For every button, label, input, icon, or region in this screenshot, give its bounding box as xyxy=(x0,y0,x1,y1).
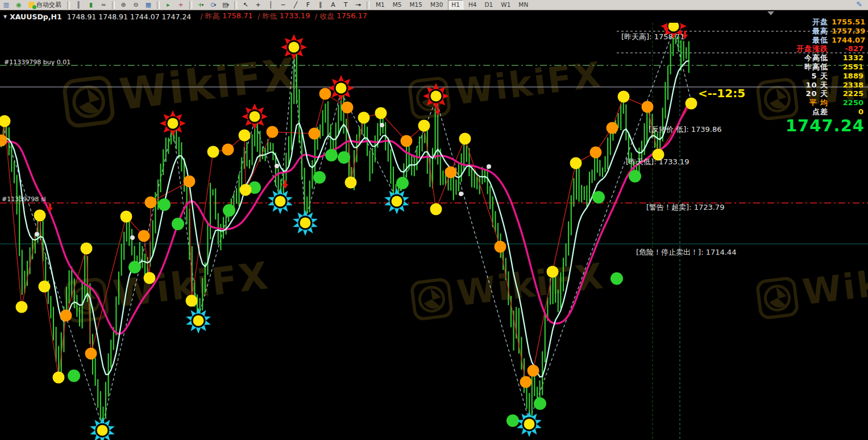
buy-signal-sun xyxy=(186,308,211,334)
green-dot xyxy=(338,151,350,164)
orange-dot xyxy=(642,101,654,113)
timeframe-button-h1[interactable]: H1 xyxy=(448,0,463,10)
trendline-icon[interactable]: ╱ xyxy=(290,1,301,9)
timeframe-button-h4[interactable]: H4 xyxy=(466,1,480,10)
edit-pencil-icon[interactable]: ✎ xyxy=(856,0,862,9)
hline-icon[interactable]: ─ xyxy=(278,1,288,9)
add-indicator-icon[interactable]: +▾ xyxy=(196,1,206,9)
panel-row: 开盘1755.51 xyxy=(793,18,863,26)
symbol-dropdown-caret[interactable]: ▼ xyxy=(3,14,7,19)
toolbar-separator xyxy=(67,1,70,9)
yellow-dot xyxy=(358,112,370,124)
orange-dot xyxy=(528,365,539,377)
timeframe-button-mn[interactable]: MN xyxy=(516,1,531,10)
channel-icon[interactable]: ∥ xyxy=(315,1,326,9)
daily-level-text: / 收盘 xyxy=(310,11,337,22)
svg-text:WikiFX: WikiFX xyxy=(452,54,604,113)
chart-annotation: #11339798 sl xyxy=(2,196,46,203)
chart-annotation: [危险！停止卖出！]: 1714.44 xyxy=(636,247,736,258)
panel-row-label: 最低 xyxy=(793,36,828,44)
templates-icon[interactable]: ▤▾ xyxy=(221,1,231,9)
sound-icon[interactable]: ◉ xyxy=(14,1,24,9)
green-dot xyxy=(68,370,80,382)
wikifx-logo-icon xyxy=(412,279,452,319)
orange-dot xyxy=(401,135,413,147)
panel-row: 20 天2225 xyxy=(793,89,863,98)
line-chart-icon[interactable]: ≈ xyxy=(98,1,109,9)
timeframe-button-d1[interactable]: D1 xyxy=(482,1,496,10)
wikifx-watermark: WikiFX xyxy=(64,254,272,322)
timeframe-button-w1[interactable]: W1 xyxy=(498,1,513,10)
orange-dot xyxy=(85,348,97,360)
panel-row-value: 2551 xyxy=(832,63,863,71)
daily-level-text: 1758.71 xyxy=(222,11,253,22)
yellow-dot xyxy=(53,372,65,384)
data-window-icon[interactable]: + xyxy=(176,1,186,9)
chart-annotation: [昨天低]: 1733.19 xyxy=(626,157,689,167)
new-window-icon[interactable]: ▥ xyxy=(1,1,11,9)
fibonacci-icon[interactable]: F xyxy=(303,1,313,9)
green-dot xyxy=(396,177,409,189)
timeframe-button-m15[interactable]: M15 xyxy=(407,1,425,10)
autotrading-label: 自动交易 xyxy=(36,1,61,9)
toolbar-separator xyxy=(234,1,237,9)
panel-row-value: 0 xyxy=(832,107,863,116)
orange-dot xyxy=(445,167,457,179)
bar-chart-icon[interactable]: ║ xyxy=(73,1,84,9)
chart-shift-marker[interactable] xyxy=(767,11,774,15)
orange-dot xyxy=(342,102,354,114)
daily-levels-readout: / 昨高 1758.71 / 昨低 1733.19 / 收盘 1756.17 xyxy=(200,11,367,22)
orange-dot xyxy=(138,230,150,242)
panel-row-label: 开盘 xyxy=(793,18,828,26)
crosshair-icon[interactable]: + xyxy=(253,1,263,9)
periods-icon[interactable]: ⊙▾ xyxy=(208,1,218,9)
tile-windows-icon[interactable]: ▦ xyxy=(143,1,153,9)
dropdown-caret-icon[interactable]: ▾ xyxy=(202,3,204,7)
sell-signal-sun xyxy=(423,83,449,109)
wikifx-logo-icon xyxy=(757,78,798,119)
timeframe-button-m1[interactable]: M1 xyxy=(373,1,388,10)
timeframe-button-m5[interactable]: M5 xyxy=(390,1,405,10)
autotrading-button[interactable]: 自动交易 xyxy=(26,1,64,10)
orange-dot xyxy=(607,122,618,134)
dropdown-caret-icon[interactable]: ▾ xyxy=(227,3,229,7)
green-dot xyxy=(223,204,235,217)
buy-signal-sun xyxy=(90,417,115,440)
navigator-icon[interactable]: ▸ xyxy=(163,1,173,9)
price-chart-canvas[interactable]: WikiFXWikiFXWikiFXWikiFXWikiFXWikiFX xyxy=(0,0,868,440)
green-dot xyxy=(325,149,338,161)
white-dot xyxy=(275,164,279,168)
toolbar: ▥◉自动交易║▮≈⊕⊖▦▸++▾⊙▾▤▾↖+│─╱F∥AT→▾M1M5M15M3… xyxy=(0,0,868,10)
cursor-icon[interactable]: ↖ xyxy=(240,1,251,9)
dropdown-caret-icon[interactable]: ▾ xyxy=(214,3,217,7)
candle-chart-icon[interactable]: ▮ xyxy=(86,1,96,9)
green-dot xyxy=(506,414,519,427)
chart-annotation: [警告！超卖]: 1723.79 xyxy=(646,202,724,213)
panel-row: 10 天2338 xyxy=(793,81,863,89)
dropdown-caret-icon[interactable]: ▾ xyxy=(359,3,362,7)
green-dot xyxy=(592,191,605,204)
green-dot xyxy=(128,261,141,273)
orange-dot xyxy=(184,176,196,188)
yellow-dot xyxy=(345,177,357,189)
zoom-in-icon[interactable]: ⊕ xyxy=(118,1,128,9)
panel-row: 开盘涨跌-827 xyxy=(793,44,863,53)
arrows-icon[interactable]: →▾ xyxy=(353,1,363,9)
daily-level-text: 1756.17 xyxy=(337,11,367,22)
panel-row-value: 1889 xyxy=(832,72,863,80)
text-icon[interactable]: A xyxy=(328,1,338,9)
panel-row: 最高1757.39 xyxy=(793,27,863,35)
quote-bar: ▼ XAUUSDp,H1 1748.91 1748.91 1744.07 174… xyxy=(0,10,868,23)
timeframe-button-m30[interactable]: M30 xyxy=(427,1,446,10)
sell-signal-sun xyxy=(328,75,354,101)
panel-row-value: 2225 xyxy=(832,89,863,98)
toolbar-separator xyxy=(157,1,160,9)
label-icon[interactable]: T xyxy=(340,1,351,9)
panel-row: 点差0 xyxy=(793,107,863,116)
zoom-out-icon[interactable]: ⊖ xyxy=(131,1,141,9)
vline-icon[interactable]: │ xyxy=(265,1,276,9)
panel-row-label: 10 天 xyxy=(793,81,828,89)
yellow-dot xyxy=(239,130,251,142)
orange-dot xyxy=(495,241,506,253)
panel-row-value: 1755.51 xyxy=(832,18,863,26)
